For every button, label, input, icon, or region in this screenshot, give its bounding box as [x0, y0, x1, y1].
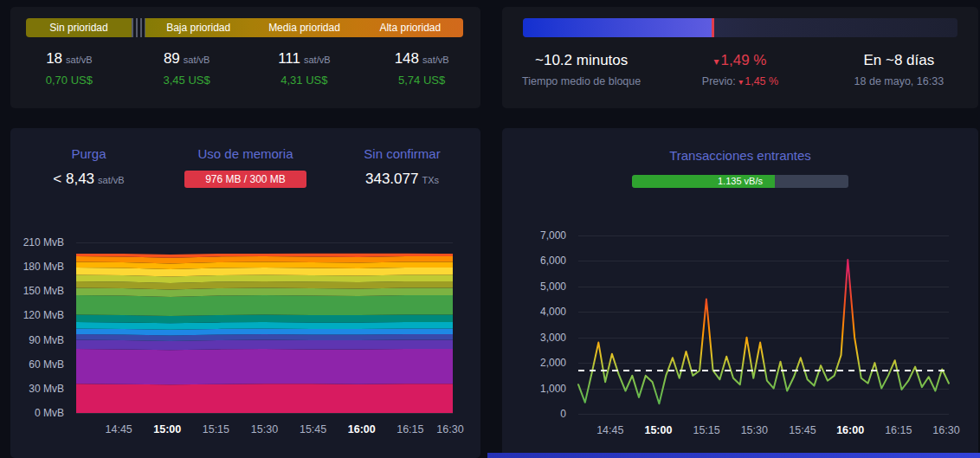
mempool-chart[interactable]: 210 MvB180 MvB150 MvB120 MvB90 MvB60 MvB… — [76, 242, 453, 413]
memory-header: Uso de memoria — [167, 146, 324, 161]
difficulty-stats-row: ~10.2 minutos Tiempo medio de bloque ▾1,… — [502, 52, 978, 87]
fee-column-no-priority: 18sat/vB 0,70 US$ — [10, 50, 128, 87]
fee-usd: 3,45 US$ — [128, 74, 246, 87]
incoming-chart[interactable]: 7,0006,0005,0004,0003,0002,0001,0000 14:… — [578, 235, 949, 414]
purge-unit: sat/vB — [98, 175, 125, 185]
previous-label: Previo: — [702, 75, 736, 87]
incoming-title: Transacciones entrantes — [502, 148, 978, 163]
difficulty-progress-marker — [712, 18, 714, 37]
mempool-values: < 8,43sat/vB 976 MB / 300 MB 343.077TXs — [10, 171, 480, 188]
fee-rate-unit: sat/vB — [304, 55, 331, 65]
fee-bar-divider-icon — [132, 18, 145, 37]
fee-priority-bar: Sin prioridad Baja prioridad Media prior… — [26, 18, 463, 37]
fee-rate-unit: sat/vB — [184, 55, 210, 65]
fee-rate-value: 111 — [278, 50, 300, 67]
fee-rate-unit: sat/vB — [66, 55, 93, 65]
difficulty-change-value: 1,49 % — [721, 52, 767, 68]
fee-tier-medium: Media prioridad — [251, 18, 357, 37]
fee-usd: 5,74 US$ — [363, 74, 480, 87]
mempool-headers: Purga Uso de memoria Sin confirmar — [10, 146, 480, 161]
fee-tier-no-priority: Sin prioridad — [26, 18, 132, 37]
fee-rate-value: 89 — [164, 50, 180, 67]
incoming-panel: Transacciones entrantes 1.135 vB/s 7,000… — [502, 128, 978, 458]
fee-rate-value: 148 — [395, 50, 419, 67]
fee-usd: 0,70 US$ — [10, 74, 128, 87]
memory-cell: 976 MB / 300 MB — [167, 171, 324, 188]
unconfirmed-count: 343.077 — [365, 171, 418, 187]
fee-rate-value: 18 — [46, 50, 62, 67]
incoming-chart-x-axis: 14:4515:0015:1515:3015:4516:0016:1516:30 — [578, 424, 949, 440]
difficulty-progress-fill — [523, 18, 712, 37]
purge-value: < 8,43sat/vB — [10, 171, 167, 188]
mempool-stacked-area[interactable] — [76, 242, 453, 413]
retarget-eta: En ~8 días — [820, 52, 978, 69]
previous-change-value: 1,45 % — [745, 75, 778, 87]
purge-rate: < 8,43 — [53, 171, 94, 187]
next-section-edge — [487, 453, 980, 458]
fee-tier-low: Baja prioridad — [145, 18, 251, 37]
purge-header: Purga — [10, 146, 167, 161]
mempool-dashboard: Sin prioridad Baja prioridad Media prior… — [0, 0, 980, 458]
fee-values-row: 18sat/vB 0,70 US$ 89sat/vB 3,45 US$ 111s… — [10, 50, 480, 87]
unconfirmed-unit: TXs — [422, 175, 439, 185]
difficulty-change-column: ▾1,49 % Previo: ▾1,45 % — [661, 52, 819, 87]
fee-rate: 148sat/vB — [363, 50, 480, 68]
unconfirmed-header: Sin confirmar — [324, 146, 480, 161]
vbytes-rate: 1.135 vB/s — [632, 175, 848, 188]
difficulty-progress-bar[interactable] — [523, 18, 957, 37]
fee-tier-high: Alta prioridad — [358, 18, 463, 37]
fee-usd: 4,31 US$ — [246, 74, 364, 87]
retarget-column: En ~8 días 18 de mayo, 16:33 — [820, 52, 978, 87]
fee-rate: 111sat/vB — [246, 50, 364, 68]
incoming-chart-y-axis: 7,0006,0005,0004,0003,0002,0001,0000 — [518, 235, 571, 414]
fee-rate: 89sat/vB — [128, 50, 246, 68]
down-arrow-icon: ▾ — [714, 55, 719, 68]
fee-rate: 18sat/vB — [10, 50, 128, 68]
down-arrow-icon: ▾ — [738, 77, 743, 87]
fees-panel: Sin prioridad Baja prioridad Media prior… — [10, 7, 480, 108]
retarget-date: 18 de mayo, 16:33 — [820, 75, 978, 87]
vbytes-rate-badge: 1.135 vB/s — [632, 175, 848, 188]
unconfirmed-value: 343.077TXs — [324, 171, 480, 188]
block-time-column: ~10.2 minutos Tiempo medio de bloque — [502, 52, 661, 87]
avg-block-time: ~10.2 minutos — [502, 52, 661, 69]
difficulty-panel: ~10.2 minutos Tiempo medio de bloque ▾1,… — [502, 7, 978, 108]
fee-column-medium: 111sat/vB 4,31 US$ — [246, 50, 364, 87]
fee-column-high: 148sat/vB 5,74 US$ — [363, 50, 480, 87]
fee-rate-unit: sat/vB — [422, 55, 449, 65]
mempool-panel: Purga Uso de memoria Sin confirmar < 8,4… — [10, 128, 480, 458]
memory-usage-badge: 976 MB / 300 MB — [184, 171, 306, 188]
incoming-line-chart[interactable] — [578, 235, 949, 414]
mempool-chart-y-axis: 210 MvB180 MvB150 MvB120 MvB90 MvB60 MvB… — [16, 242, 69, 413]
fee-gradient-bar: Baja prioridad Media prioridad Alta prio… — [145, 18, 463, 37]
mempool-chart-x-axis: 14:4515:0015:1515:3015:4516:0016:1516:30 — [76, 423, 453, 439]
fee-column-low: 89sat/vB 3,45 US$ — [128, 50, 246, 87]
difficulty-change: ▾1,49 % — [661, 52, 819, 69]
avg-block-time-label: Tiempo medio de bloque — [502, 75, 661, 87]
previous-change: Previo: ▾1,45 % — [661, 75, 819, 87]
